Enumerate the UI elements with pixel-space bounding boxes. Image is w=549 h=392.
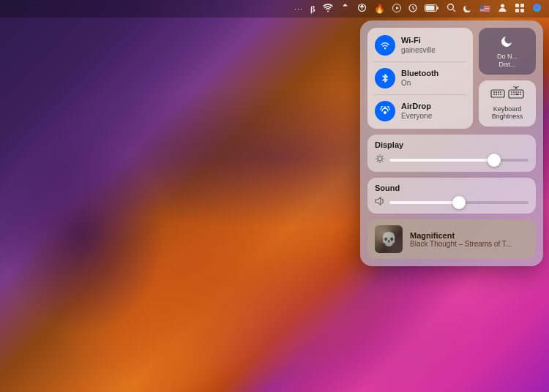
upload1-icon[interactable] [339, 3, 351, 15]
airdrop-text: AirDrop Everyone [401, 102, 432, 120]
svg-point-7 [448, 4, 454, 10]
bluetooth-menu-icon[interactable]: 𝛃 [309, 4, 317, 14]
wifi-item[interactable]: Wi-Fi gainesville [375, 35, 466, 56]
svg-point-29 [515, 86, 518, 88]
wifi-title: Wi-Fi [401, 36, 436, 45]
svg-line-32 [514, 86, 515, 87]
svg-rect-16 [491, 90, 504, 97]
keyboard-brightness-icon [490, 86, 524, 102]
flame-icon[interactable]: 🔥 [373, 4, 386, 14]
sound-volume-icon [375, 197, 385, 208]
svg-rect-10 [520, 4, 524, 7]
wifi-menu-icon[interactable] [321, 4, 335, 15]
do-not-disturb-tile[interactable]: Do N...Dist... [479, 28, 536, 75]
menubar: ··· 𝛃 🔥 🇺🇸 [0, 0, 549, 18]
now-playing-tile[interactable]: 💀 Magnificent Black Thought – Streams of… [367, 219, 536, 259]
keyboard-brightness-label: KeyboardBrightness [492, 105, 523, 121]
svg-rect-9 [515, 4, 519, 7]
svg-line-48 [382, 161, 383, 162]
display-brightness-icon [375, 154, 385, 166]
svg-point-8 [501, 4, 504, 8]
display-slider-track[interactable] [389, 159, 529, 162]
cc-icon[interactable] [513, 3, 526, 15]
battery-icon[interactable] [423, 4, 441, 15]
wifi-text: Wi-Fi gainesville [401, 36, 436, 54]
track-title: Magnificent [410, 231, 529, 240]
divider-2 [373, 94, 467, 95]
svg-point-42 [378, 157, 382, 161]
play-icon[interactable] [391, 4, 403, 15]
sound-label: Sound [375, 184, 529, 192]
dots-icon: ··· [293, 4, 305, 13]
user-icon[interactable] [496, 3, 509, 15]
airdrop-item[interactable]: AirDrop Everyone [375, 101, 466, 121]
wifi-subtitle: gainesville [401, 46, 436, 55]
airdrop-title: AirDrop [401, 102, 432, 111]
svg-marker-2 [396, 7, 399, 10]
svg-rect-12 [520, 9, 524, 12]
svg-line-47 [377, 156, 378, 157]
divider-1 [373, 61, 467, 62]
bluetooth-subtitle: On [401, 79, 438, 88]
sound-slider-row [375, 197, 529, 208]
svg-line-50 [377, 161, 378, 162]
sound-slider-fill [389, 201, 459, 204]
top-tiles-row: Wi-Fi gainesville Bluetooth On [367, 28, 536, 129]
flag-icon[interactable]: 🇺🇸 [478, 4, 492, 14]
now-playing-text: Magnificent Black Thought – Streams of T… [410, 231, 529, 248]
svg-point-13 [533, 4, 541, 12]
sound-section: Sound [367, 178, 536, 214]
track-subtitle: Black Thought – Streams of T... [410, 240, 529, 248]
airdrop-subtitle: Everyone [401, 112, 432, 121]
svg-point-14 [384, 48, 386, 49]
moon-icon[interactable] [462, 4, 474, 15]
connectivity-tile: Wi-Fi gainesville Bluetooth On [367, 28, 473, 129]
sound-slider-thumb[interactable] [452, 196, 466, 209]
svg-point-15 [384, 111, 386, 114]
display-slider-row [375, 154, 529, 166]
display-section: Display [367, 135, 536, 172]
dnd-label: Do N...Dist... [497, 53, 518, 69]
album-art-image: 💀 [375, 225, 403, 253]
bluetooth-item[interactable]: Bluetooth On [375, 68, 466, 88]
sound-slider-track[interactable] [389, 201, 529, 204]
svg-line-49 [382, 156, 383, 157]
display-slider-fill [389, 159, 494, 162]
album-art: 💀 [375, 225, 403, 253]
right-tiles-column: Do N...Dist... [479, 28, 536, 129]
display-label: Display [375, 140, 529, 149]
search-icon[interactable] [445, 3, 458, 15]
display-slider-thumb[interactable] [488, 154, 501, 167]
svg-rect-11 [515, 9, 519, 12]
bluetooth-title: Bluetooth [401, 69, 438, 78]
keyboard-brightness-tile[interactable]: KeyboardBrightness [479, 80, 536, 127]
clock-icon[interactable] [407, 4, 419, 15]
svg-rect-6 [426, 5, 435, 10]
moon-dnd-icon [501, 34, 514, 50]
svg-line-31 [518, 86, 519, 87]
svg-rect-5 [437, 7, 438, 10]
siri-icon[interactable] [531, 3, 543, 15]
bluetooth-icon-bubble [375, 68, 395, 88]
upload2-icon[interactable] [356, 3, 368, 15]
airdrop-icon-bubble [375, 101, 395, 121]
bluetooth-text: Bluetooth On [401, 69, 438, 87]
wifi-icon-bubble [375, 35, 395, 56]
control-center-panel: Wi-Fi gainesville Bluetooth On [360, 20, 543, 266]
